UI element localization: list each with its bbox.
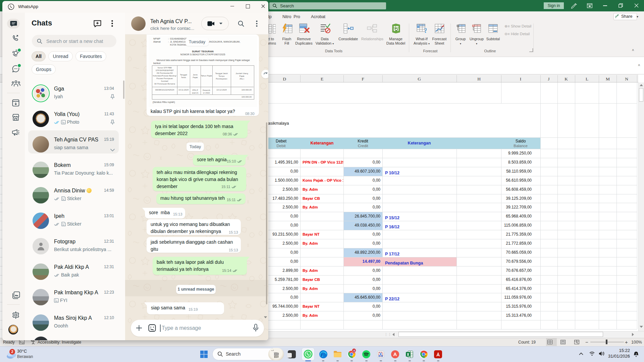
svg-text:z: z [636,353,637,355]
svg-text:?: ? [424,27,427,34]
